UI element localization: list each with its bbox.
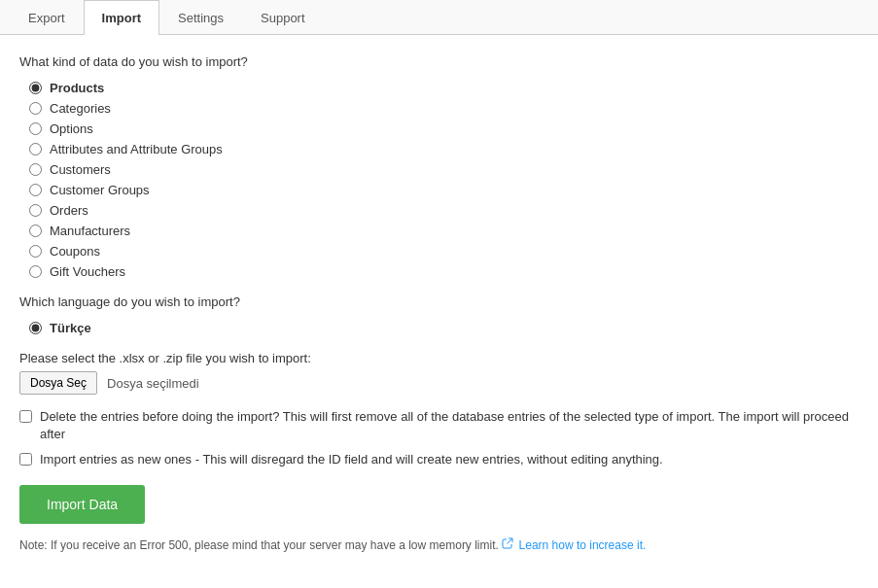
file-name-display: Dosya seçilmedi bbox=[107, 376, 199, 391]
note-link-text: Learn how to increase it. bbox=[519, 538, 647, 552]
checkbox-delete-label: Delete the entries before doing the impo… bbox=[40, 408, 859, 443]
external-link-icon bbox=[502, 537, 513, 549]
tab-import[interactable]: Import bbox=[84, 0, 159, 35]
data-type-question: What kind of data do you wish to import? bbox=[19, 54, 859, 69]
checkbox-import-new-label: Import entries as new ones - This will d… bbox=[40, 451, 663, 468]
tab-settings[interactable]: Settings bbox=[159, 0, 242, 35]
radio-customers-label: Customers bbox=[50, 162, 111, 177]
radio-products[interactable]: Products bbox=[29, 81, 859, 95]
radio-manufacturers[interactable]: Manufacturers bbox=[29, 224, 859, 238]
radio-attributes[interactable]: Attributes and Attribute Groups bbox=[29, 142, 859, 156]
tab-support[interactable]: Support bbox=[242, 0, 324, 35]
radio-gift-vouchers[interactable]: Gift Vouchers bbox=[29, 264, 859, 279]
file-section: Please select the .xlsx or .zip file you… bbox=[19, 351, 859, 395]
radio-coupons[interactable]: Coupons bbox=[29, 244, 859, 259]
note-text: Note: If you receive an Error 500, pleas… bbox=[19, 537, 859, 552]
note-prefix: Note: If you receive an Error 500, pleas… bbox=[19, 538, 499, 552]
radio-orders[interactable]: Orders bbox=[29, 203, 859, 218]
radio-options[interactable]: Options bbox=[29, 121, 859, 136]
file-row: Dosya Seç Dosya seçilmedi bbox=[19, 371, 859, 395]
file-label: Please select the .xlsx or .zip file you… bbox=[19, 351, 859, 365]
lang-question: Which language do you wish to import? bbox=[19, 294, 859, 309]
radio-customer-groups[interactable]: Customer Groups bbox=[29, 183, 859, 197]
tab-export[interactable]: Export bbox=[10, 0, 84, 35]
main-content: What kind of data do you wish to import?… bbox=[0, 35, 878, 571]
radio-categories-label: Categories bbox=[50, 101, 111, 116]
data-type-radio-group: Products Categories Options Attributes a… bbox=[29, 81, 859, 279]
radio-customer-groups-label: Customer Groups bbox=[50, 183, 150, 197]
note-link[interactable]: Learn how to increase it. bbox=[502, 538, 646, 552]
tab-bar: Export Import Settings Support bbox=[0, 0, 878, 35]
import-data-button[interactable]: Import Data bbox=[19, 485, 145, 524]
file-choose-button[interactable]: Dosya Seç bbox=[19, 371, 97, 395]
radio-attributes-label: Attributes and Attribute Groups bbox=[50, 142, 223, 156]
radio-coupons-label: Coupons bbox=[50, 244, 100, 259]
radio-turkce-label: Türkçe bbox=[50, 321, 91, 335]
radio-products-label: Products bbox=[50, 81, 104, 95]
radio-options-label: Options bbox=[50, 121, 93, 136]
radio-categories[interactable]: Categories bbox=[29, 101, 859, 116]
language-radio-group: Türkçe bbox=[29, 321, 859, 335]
radio-gift-vouchers-label: Gift Vouchers bbox=[50, 264, 125, 279]
radio-turkce[interactable]: Türkçe bbox=[29, 321, 859, 335]
language-section: Which language do you wish to import? Tü… bbox=[19, 294, 859, 335]
checkbox-import-new[interactable]: Import entries as new ones - This will d… bbox=[19, 451, 859, 468]
checkbox-group: Delete the entries before doing the impo… bbox=[19, 408, 859, 469]
radio-orders-label: Orders bbox=[50, 203, 88, 218]
radio-manufacturers-label: Manufacturers bbox=[50, 224, 130, 238]
checkbox-delete-before[interactable]: Delete the entries before doing the impo… bbox=[19, 408, 859, 443]
radio-customers[interactable]: Customers bbox=[29, 162, 859, 177]
